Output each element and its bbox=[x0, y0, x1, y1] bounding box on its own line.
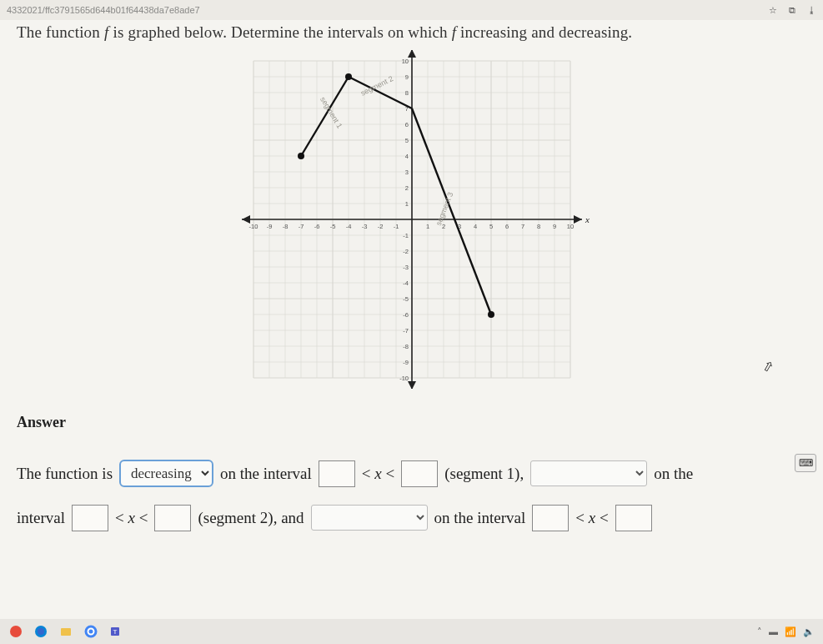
svg-text:-1: -1 bbox=[393, 223, 399, 230]
on-interval-1: on the interval bbox=[220, 451, 312, 496]
answer-body: The function is decreasing on the interv… bbox=[17, 451, 806, 540]
svg-text:5: 5 bbox=[489, 223, 492, 230]
svg-text:6: 6 bbox=[404, 121, 408, 128]
edge-icon[interactable] bbox=[33, 624, 48, 639]
line1-prefix: The function is bbox=[17, 451, 113, 496]
chrome-icon[interactable] bbox=[83, 624, 98, 639]
svg-text:-9: -9 bbox=[266, 223, 272, 230]
seg1-label: (segment 1), bbox=[444, 451, 524, 496]
svg-text:2: 2 bbox=[404, 184, 408, 192]
svg-marker-47 bbox=[408, 50, 416, 58]
svg-text:-2: -2 bbox=[377, 223, 383, 230]
on-interval-2: on the interval bbox=[434, 496, 526, 540]
graph-container: yx-10-10-9-9-8-8-7-7-6-6-5-5-4-4-3-3-2-2… bbox=[17, 50, 806, 389]
svg-text:-1: -1 bbox=[403, 232, 409, 239]
interval1-lower[interactable] bbox=[319, 460, 355, 487]
svg-text:T: T bbox=[113, 628, 118, 636]
svg-marker-48 bbox=[408, 381, 416, 389]
taskbar-right: ˄ ▬ 📶 🔈 bbox=[757, 626, 815, 637]
answer-heading: Answer bbox=[17, 414, 806, 431]
behavior-select-1[interactable]: decreasing bbox=[119, 460, 213, 487]
svg-text:-6: -6 bbox=[403, 311, 409, 319]
interval3-lower[interactable] bbox=[532, 505, 569, 531]
x-lt-3: < x < bbox=[575, 496, 608, 540]
tray-volume-icon[interactable]: 🔈 bbox=[803, 626, 815, 637]
copy-icon[interactable]: ⧉ bbox=[789, 5, 795, 16]
svg-text:-3: -3 bbox=[403, 264, 409, 271]
q-mid: is graphed below. Determine the interval… bbox=[108, 23, 451, 41]
svg-text:1: 1 bbox=[404, 200, 408, 208]
svg-rect-103 bbox=[61, 628, 71, 636]
keyboard-toggle-icon[interactable]: ⌨ bbox=[795, 454, 816, 472]
app-icon-1[interactable] bbox=[8, 624, 23, 639]
behavior-select-2[interactable] bbox=[530, 460, 647, 486]
svg-text:4: 4 bbox=[404, 153, 408, 160]
svg-text:-3: -3 bbox=[361, 223, 367, 230]
svg-point-96 bbox=[488, 311, 494, 318]
answer-row-1: The function is decreasing on the interv… bbox=[17, 451, 806, 496]
svg-text:1: 1 bbox=[425, 223, 429, 230]
interval2-lower[interactable] bbox=[72, 505, 108, 531]
svg-text:9: 9 bbox=[404, 73, 408, 81]
svg-text:-10: -10 bbox=[248, 223, 258, 230]
interval-word: interval bbox=[17, 496, 65, 540]
page-content: The function f is graphed below. Determi… bbox=[0, 20, 823, 540]
interval2-upper[interactable] bbox=[154, 505, 191, 531]
svg-text:9: 9 bbox=[552, 223, 555, 230]
seg2-label: (segment 2), and bbox=[198, 496, 304, 540]
answer-row-2: interval < x < (segment 2), and on the i… bbox=[17, 496, 806, 540]
teams-icon[interactable]: T bbox=[108, 624, 123, 639]
svg-text:-4: -4 bbox=[345, 223, 351, 230]
x-lt-2: < x < bbox=[115, 496, 148, 540]
svg-point-102 bbox=[38, 628, 44, 635]
svg-text:-7: -7 bbox=[298, 223, 304, 230]
svg-point-106 bbox=[89, 630, 93, 634]
taskbar-left: T bbox=[8, 624, 123, 639]
q-prefix: The function bbox=[17, 23, 104, 41]
svg-text:-5: -5 bbox=[329, 223, 335, 230]
tray-chevron-icon[interactable]: ˄ bbox=[757, 626, 762, 637]
svg-text:x: x bbox=[585, 214, 590, 224]
behavior-select-3[interactable] bbox=[311, 505, 428, 531]
tray-battery-icon[interactable]: ▬ bbox=[769, 626, 778, 636]
interval3-upper[interactable] bbox=[615, 505, 652, 531]
svg-text:6: 6 bbox=[504, 223, 508, 230]
svg-text:-7: -7 bbox=[403, 327, 409, 335]
svg-text:3: 3 bbox=[404, 169, 408, 176]
svg-text:-8: -8 bbox=[403, 343, 409, 350]
svg-text:7: 7 bbox=[520, 223, 524, 230]
svg-text:-2: -2 bbox=[403, 248, 409, 255]
svg-text:10: 10 bbox=[401, 58, 408, 65]
svg-text:10: 10 bbox=[566, 223, 573, 230]
svg-text:4: 4 bbox=[473, 223, 476, 230]
svg-point-100 bbox=[10, 626, 22, 637]
on-the: on the bbox=[654, 451, 693, 496]
svg-text:-9: -9 bbox=[403, 359, 409, 366]
x-lt-1: < x < bbox=[362, 451, 394, 496]
question-text: The function f is graphed below. Determi… bbox=[17, 23, 806, 42]
taskbar: T ˄ ▬ 📶 🔈 bbox=[0, 619, 823, 644]
svg-text:-8: -8 bbox=[282, 223, 288, 230]
svg-text:5: 5 bbox=[404, 137, 408, 144]
svg-text:-6: -6 bbox=[314, 223, 319, 230]
files-icon[interactable] bbox=[58, 624, 73, 639]
svg-text:-10: -10 bbox=[399, 375, 409, 382]
tray-wifi-icon[interactable]: 📶 bbox=[785, 626, 796, 637]
svg-text:-4: -4 bbox=[403, 279, 409, 287]
star-icon[interactable]: ☆ bbox=[769, 5, 777, 16]
topbar-actions: ☆ ⧉ ⭳ bbox=[769, 5, 816, 16]
svg-marker-45 bbox=[574, 215, 582, 224]
svg-text:8: 8 bbox=[404, 89, 408, 97]
svg-text:8: 8 bbox=[536, 223, 539, 230]
svg-point-94 bbox=[298, 153, 304, 159]
browser-topbar: 4332021/ffc3791565d644b01f64438da7e8ade7… bbox=[0, 0, 823, 20]
q-suffix: increasing and decreasing. bbox=[456, 23, 632, 41]
function-graph: yx-10-10-9-9-8-8-7-7-6-6-5-5-4-4-3-3-2-2… bbox=[220, 50, 604, 389]
url-fragment: 4332021/ffc3791565d644b01f64438da7e8ade7 bbox=[7, 5, 200, 15]
svg-point-95 bbox=[345, 73, 352, 80]
svg-text:-5: -5 bbox=[403, 295, 409, 303]
download-icon[interactable]: ⭳ bbox=[807, 5, 816, 16]
interval1-upper[interactable] bbox=[401, 460, 438, 487]
